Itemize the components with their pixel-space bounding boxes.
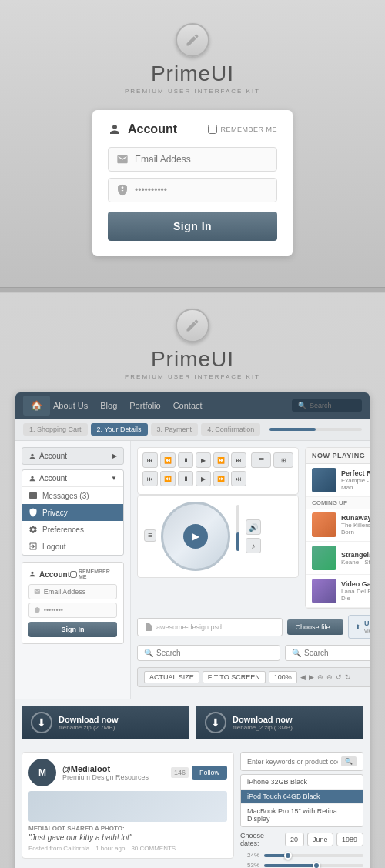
play-btn-2[interactable]: ▶ xyxy=(196,471,211,486)
sidebar-preferences[interactable]: Preferences xyxy=(22,521,123,538)
track-item-3[interactable]: Video Games Lana Del Rey - Born To Die ▶ xyxy=(306,575,370,608)
actual-size-btn[interactable]: ACTUAL SIZE xyxy=(144,671,199,683)
volume-controls xyxy=(236,502,239,554)
track-thumb-1 xyxy=(312,512,336,537)
download-text-2: Download now filename_2.zip (.3MB) xyxy=(233,715,293,731)
now-playing-panel: NOW PLAYING Perfect Replacement Example … xyxy=(305,447,370,609)
mini-email-input[interactable] xyxy=(44,588,112,596)
nav-search-input[interactable] xyxy=(310,402,356,409)
prev-btn[interactable]: ⏮ xyxy=(142,452,158,468)
search-input-1[interactable] xyxy=(156,649,273,657)
zoom-level-btn[interactable]: 100% xyxy=(269,671,297,683)
search-input-2[interactable] xyxy=(304,649,370,657)
email-input[interactable] xyxy=(135,154,269,165)
sidebar-privacy[interactable]: Privacy xyxy=(22,504,123,521)
password-input-row xyxy=(108,178,277,202)
prev-btn-2[interactable]: ⏮ xyxy=(142,471,158,486)
mini-password-input[interactable] xyxy=(44,606,112,614)
mini-login-form: Account REMEMBER ME xyxy=(22,562,124,644)
social-card: M @Medialoot Premium Design Resources 14… xyxy=(22,752,234,859)
product-item-2[interactable]: MacBook Pro 15" with Retina Display xyxy=(241,804,363,826)
list-view-btn[interactable]: ☰ xyxy=(251,452,271,468)
coming-up-label: COMING UP xyxy=(306,497,370,509)
product-item-1[interactable]: iPod Touch 64GB Black xyxy=(241,790,363,804)
sidebar-account-label: Account xyxy=(39,452,67,460)
pause-btn-2[interactable]: ⏸ xyxy=(178,471,193,486)
track-item-0[interactable]: Perfect Replacement Example - Evolution … xyxy=(306,464,370,497)
track-thumb-2 xyxy=(312,546,336,570)
fwd-btn-2[interactable]: ⏩ xyxy=(213,471,229,486)
track-item-1[interactable]: Runaways The Killers - Battle Born ▶ xyxy=(306,509,370,542)
search-go-btn[interactable]: 🔍 xyxy=(341,756,357,766)
step-3[interactable]: 3. Payment xyxy=(151,423,199,436)
keyword-search-input[interactable] xyxy=(247,758,338,766)
fwd-btn[interactable]: ⏩ xyxy=(213,452,229,468)
step-4[interactable]: 4. Confirmation xyxy=(201,423,260,436)
choose-file-btn[interactable]: Choose file... xyxy=(287,619,343,635)
track-info-1: Runaways The Killers - Battle Born xyxy=(341,514,370,536)
social-comments: 30 COMMENTS xyxy=(131,845,176,852)
social-actions: 146 Follow xyxy=(171,766,227,780)
track-title-1: Runaways xyxy=(341,514,370,522)
nav-link-blog[interactable]: Blog xyxy=(100,401,117,410)
grid-view-btn[interactable]: ⊞ xyxy=(273,452,293,468)
login-card-header: Account REMEMBER ME xyxy=(108,122,277,136)
nav-home-btn[interactable]: 🏠 xyxy=(23,396,50,416)
vol-track xyxy=(236,505,239,551)
mini-signin-button[interactable]: Sign In xyxy=(28,622,117,637)
social-info: @Medialoot Premium Design Resources xyxy=(62,764,165,781)
play-btn[interactable]: ▶ xyxy=(196,452,211,468)
follow-button[interactable]: Follow xyxy=(192,766,227,780)
download-btn-2[interactable]: ⬇ Download now filename_2.zip (.3MB) xyxy=(196,706,363,739)
day-select[interactable]: 20 xyxy=(285,833,304,846)
fit-screen-btn[interactable]: FIT TO SCREEN xyxy=(203,671,266,683)
sidebar-logout[interactable]: Logout xyxy=(22,538,123,555)
nav-link-about[interactable]: About Us xyxy=(53,401,88,410)
nav-search: 🔍 xyxy=(292,399,362,412)
nav-link-contact[interactable]: Contact xyxy=(173,401,203,410)
track-item-2[interactable]: Strangeland Keane - Strangeland ▶ xyxy=(306,542,370,575)
circle-btn-1[interactable]: ☰ xyxy=(144,529,156,542)
rew-btn-2[interactable]: ⏪ xyxy=(160,471,176,486)
signin-button[interactable]: Sign In xyxy=(108,212,277,241)
section-divider xyxy=(0,287,385,293)
brand-tagline-top: PREMIUM USER INTERFACE KIT xyxy=(125,88,260,95)
nav-link-portfolio[interactable]: Portfolio xyxy=(129,401,160,410)
sidebar-account-btn[interactable]: Account ▶ xyxy=(22,447,124,465)
month-select[interactable]: June xyxy=(307,833,333,846)
social-avatar: M xyxy=(28,759,56,786)
slider-2[interactable] xyxy=(264,864,363,867)
product-sliders-area: 🔍 iPhone 32GB Black iPod Touch 64GB Blac… xyxy=(240,752,363,868)
top-section: PrimeUI PREMIUM USER INTERFACE KIT Accou… xyxy=(0,0,385,287)
media-player-controls: ⏮ ⏪ ⏸ ▶ ⏩ ⏭ ☰ ⊞ ⏮ xyxy=(137,447,299,495)
logo-area-top: PrimeUI PREMIUM USER INTERFACE KIT xyxy=(125,23,260,95)
next-btn[interactable]: ⏭ xyxy=(231,452,246,468)
upload-sub: video.html, Style.css xyxy=(364,627,370,634)
pause-btn[interactable]: ⏸ xyxy=(178,452,193,468)
slider-thumb-1[interactable] xyxy=(284,852,292,860)
rew-btn[interactable]: ⏪ xyxy=(160,452,176,468)
password-input[interactable] xyxy=(135,185,269,195)
circle-control[interactable]: ▶ xyxy=(161,502,230,571)
main-content: Account ▶ Account ▼ Messages (3) xyxy=(15,441,370,699)
download-btn-1[interactable]: ⬇ Download now filename.zip (2.7MB) xyxy=(22,706,189,739)
music-icon[interactable]: ♪ xyxy=(246,538,261,553)
steps-bar: 1. Shopping Cart 2. Your Details 3. Paym… xyxy=(15,419,370,441)
slider-1[interactable] xyxy=(264,854,363,857)
logo-icon xyxy=(176,23,209,57)
remember-me-label[interactable]: REMEMBER ME xyxy=(208,125,277,134)
mini-remember-checkbox[interactable] xyxy=(70,571,77,578)
remember-me-checkbox[interactable] xyxy=(208,125,217,134)
circle-play-btn[interactable]: ▶ xyxy=(183,524,208,549)
step-2[interactable]: 2. Your Details xyxy=(91,423,148,436)
next-btn-2[interactable]: ⏭ xyxy=(231,471,246,486)
sidebar-dropdown-header[interactable]: Account ▼ xyxy=(22,470,123,487)
year-select[interactable]: 1989 xyxy=(336,833,363,846)
product-item-0[interactable]: iPhone 32GB Black xyxy=(241,775,363,790)
slider-thumb-2[interactable] xyxy=(313,862,320,869)
step-1[interactable]: 1. Shopping Cart xyxy=(23,423,88,436)
search-bars-row: 🔍 🔍 xyxy=(137,645,370,661)
volume-icon[interactable]: 🔊 xyxy=(246,519,261,535)
sidebar-messages[interactable]: Messages (3) xyxy=(22,487,123,504)
bottom-section: PrimeUI PREMIUM USER INTERFACE KIT 🏠 Abo… xyxy=(0,293,385,868)
